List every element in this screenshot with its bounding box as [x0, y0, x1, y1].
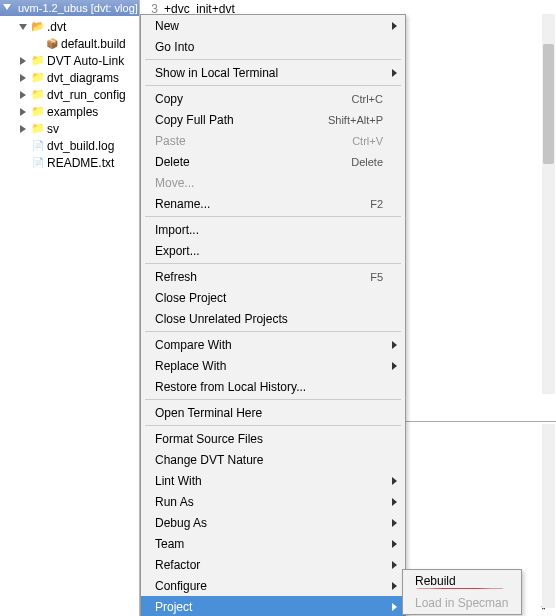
project-header[interactable]: uvm-1.2_ubus [dvt: vlog] — [0, 0, 139, 16]
tree-label: examples — [47, 105, 98, 119]
accelerator: F2 — [370, 198, 383, 210]
folder-icon — [30, 122, 45, 136]
tree-folder-examples[interactable]: examples — [0, 103, 139, 120]
file-icon — [30, 156, 45, 170]
build-icon — [44, 37, 59, 51]
menu-refresh[interactable]: RefreshF5 — [141, 266, 405, 287]
folder-icon — [30, 105, 45, 119]
tree-file-readme[interactable]: README.txt — [0, 154, 139, 171]
file-icon — [30, 139, 45, 153]
tree-label: default.build — [61, 37, 126, 51]
submenu-rebuild[interactable]: Rebuild — [403, 570, 521, 592]
chevron-right-icon[interactable] — [18, 107, 28, 117]
project-explorer[interactable]: uvm-1.2_ubus [dvt: vlog] .dvt default.bu… — [0, 0, 140, 616]
folder-icon — [30, 88, 45, 102]
menu-compare-with[interactable]: Compare With — [141, 334, 405, 355]
tree-folder-runconfig[interactable]: dvt_run_config — [0, 86, 139, 103]
tree-file-default-build[interactable]: default.build — [0, 35, 139, 52]
menu-separator — [145, 399, 401, 400]
submenu-label: Rebuild — [415, 574, 456, 588]
tree-folder-autolink[interactable]: DVT Auto-Link — [0, 52, 139, 69]
menu-separator — [145, 425, 401, 426]
menu-open-terminal[interactable]: Open Terminal Here — [141, 402, 405, 423]
project-submenu: Rebuild Load in Specman — [402, 569, 522, 615]
menu-close-project[interactable]: Close Project — [141, 287, 405, 308]
menu-run-as[interactable]: Run As — [141, 491, 405, 512]
tree-label: README.txt — [47, 156, 114, 170]
menu-team[interactable]: Team — [141, 533, 405, 554]
menu-separator — [145, 216, 401, 217]
chevron-right-icon[interactable] — [18, 124, 28, 134]
menu-separator — [145, 59, 401, 60]
menu-go-into[interactable]: Go Into — [141, 36, 405, 57]
menu-export[interactable]: Export... — [141, 240, 405, 261]
accelerator: F5 — [370, 271, 383, 283]
submenu-label: Load in Specman — [415, 596, 508, 610]
tree-label: DVT Auto-Link — [47, 54, 124, 68]
scroll-thumb[interactable] — [543, 44, 554, 164]
menu-show-local-terminal[interactable]: Show in Local Terminal — [141, 62, 405, 83]
folder-icon — [30, 71, 45, 85]
tree-file-buildlog[interactable]: dvt_build.log — [0, 137, 139, 154]
menu-move: Move... — [141, 172, 405, 193]
tree-label: dvt_run_config — [47, 88, 126, 102]
tree-label: .dvt — [47, 20, 66, 34]
menu-paste: PasteCtrl+V — [141, 130, 405, 151]
chevron-right-icon[interactable] — [18, 73, 28, 83]
menu-debug-as[interactable]: Debug As — [141, 512, 405, 533]
folder-icon — [30, 54, 45, 68]
chevron-down-icon — [3, 4, 11, 10]
menu-delete[interactable]: DeleteDelete — [141, 151, 405, 172]
tree-folder-diagrams[interactable]: dvt_diagrams — [0, 69, 139, 86]
tree-label: dvt_diagrams — [47, 71, 119, 85]
menu-change-dvt-nature[interactable]: Change DVT Nature — [141, 449, 405, 470]
folder-icon — [30, 20, 45, 34]
submenu-load-specman: Load in Specman — [403, 592, 521, 614]
project-tree: .dvt default.build DVT Auto-Link dvt_dia… — [0, 16, 139, 171]
chevron-right-icon[interactable] — [18, 90, 28, 100]
accelerator: Ctrl+C — [352, 93, 383, 105]
chevron-right-icon[interactable] — [18, 56, 28, 66]
chevron-down-icon[interactable] — [18, 22, 28, 32]
menu-import[interactable]: Import... — [141, 219, 405, 240]
menu-copy-full-path[interactable]: Copy Full PathShift+Alt+P — [141, 109, 405, 130]
menu-copy[interactable]: CopyCtrl+C — [141, 88, 405, 109]
project-name: uvm-1.2_ubus [dvt: vlog] — [18, 2, 138, 14]
menu-close-unrelated[interactable]: Close Unrelated Projects — [141, 308, 405, 329]
menu-refactor[interactable]: Refactor — [141, 554, 405, 575]
editor-scrollbar[interactable] — [542, 14, 555, 394]
console-scrollbar[interactable] — [542, 424, 555, 608]
tree-label: sv — [47, 122, 59, 136]
accelerator: Delete — [351, 156, 383, 168]
menu-new[interactable]: New — [141, 15, 405, 36]
menu-separator — [145, 263, 401, 264]
tree-folder-dvt[interactable]: .dvt — [0, 18, 139, 35]
tree-label: dvt_build.log — [47, 139, 114, 153]
menu-project[interactable]: Project — [141, 596, 405, 616]
accelerator: Shift+Alt+P — [328, 114, 383, 126]
menu-separator — [145, 331, 401, 332]
menu-separator — [145, 85, 401, 86]
tree-folder-sv[interactable]: sv — [0, 120, 139, 137]
menu-replace-with[interactable]: Replace With — [141, 355, 405, 376]
menu-rename[interactable]: Rename...F2 — [141, 193, 405, 214]
menu-restore-local-history[interactable]: Restore from Local History... — [141, 376, 405, 397]
menu-format-source[interactable]: Format Source Files — [141, 428, 405, 449]
menu-lint-with[interactable]: Lint With — [141, 470, 405, 491]
accelerator: Ctrl+V — [352, 135, 383, 147]
menu-configure[interactable]: Configure — [141, 575, 405, 596]
context-menu: New Go Into Show in Local Terminal CopyC… — [140, 14, 406, 616]
